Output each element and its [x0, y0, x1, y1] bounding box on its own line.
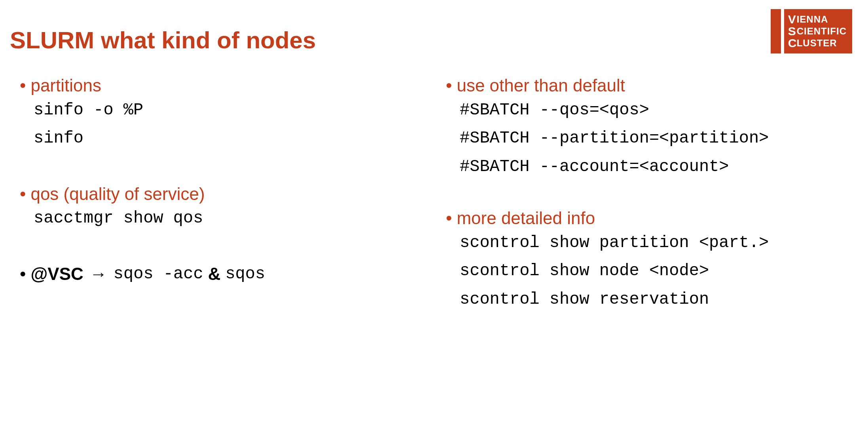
logo-text-luster: LUSTER: [797, 38, 837, 48]
bullet-marker-icon: •: [20, 75, 26, 96]
text-atvsc: @VSC: [30, 264, 83, 285]
slide-title: SLURM what kind of nodes: [10, 27, 316, 54]
logo-letter-s: S: [788, 25, 797, 37]
logo-text-cientific: CIENTIFIC: [797, 27, 847, 36]
cmd-sqos: sqos: [225, 264, 265, 284]
bullet-marker-icon: •: [20, 184, 26, 205]
logo-letter-c: C: [788, 37, 797, 49]
bullet-qos: • qos (quality of service) sacctmgr show…: [20, 184, 426, 233]
heading-partitions: partitions: [30, 75, 101, 96]
logo-letter-v: V: [788, 13, 797, 25]
cmd-sacctmgr: sacctmgr show qos: [20, 204, 426, 232]
left-column: • partitions sinfo -o %P sinfo • qos (qu…: [20, 75, 442, 317]
heading-use-other: use other than default: [457, 75, 625, 96]
bullet-marker-icon: •: [20, 264, 26, 285]
bullet-marker-icon: •: [446, 208, 452, 229]
heading-detailed-info: more detailed info: [457, 208, 595, 229]
ampersand: &: [208, 264, 221, 285]
cmd-sinfo: sinfo: [20, 124, 426, 152]
cmd-scontrol-reservation: scontrol show reservation: [446, 286, 852, 314]
bullet-detailed-info: • more detailed info scontrol show parti…: [446, 208, 852, 314]
cmd-sbatch-partition: #SBATCH --partition=<partition>: [446, 124, 852, 152]
content-area: • partitions sinfo -o %P sinfo • qos (qu…: [20, 75, 852, 317]
bullet-atvsc: • @VSC → sqos -acc & sqos: [20, 264, 426, 285]
bullet-use-other: • use other than default #SBATCH --qos=<…: [446, 75, 852, 181]
cmd-sinfo-op: sinfo -o %P: [20, 96, 426, 124]
cmd-scontrol-node: scontrol show node <node>: [446, 257, 852, 285]
heading-qos: qos (quality of service): [30, 184, 205, 205]
arrow-icon: →: [90, 264, 107, 285]
vsc-logo: V IENNA S CIENTIFIC C LUSTER: [771, 9, 852, 53]
cmd-sbatch-qos: #SBATCH --qos=<qos>: [446, 96, 852, 124]
logo-text-ienna: IENNA: [797, 15, 828, 24]
logo-accent-bar: [771, 9, 781, 53]
right-column: • use other than default #SBATCH --qos=<…: [442, 75, 852, 317]
logo-text: V IENNA S CIENTIFIC C LUSTER: [784, 9, 852, 53]
bullet-partitions: • partitions sinfo -o %P sinfo: [20, 75, 426, 153]
cmd-sbatch-account: #SBATCH --account=<account>: [446, 153, 852, 181]
cmd-scontrol-partition: scontrol show partition <part.>: [446, 229, 852, 257]
bullet-marker-icon: •: [446, 75, 452, 96]
cmd-sqos-acc: sqos -acc: [114, 264, 203, 284]
